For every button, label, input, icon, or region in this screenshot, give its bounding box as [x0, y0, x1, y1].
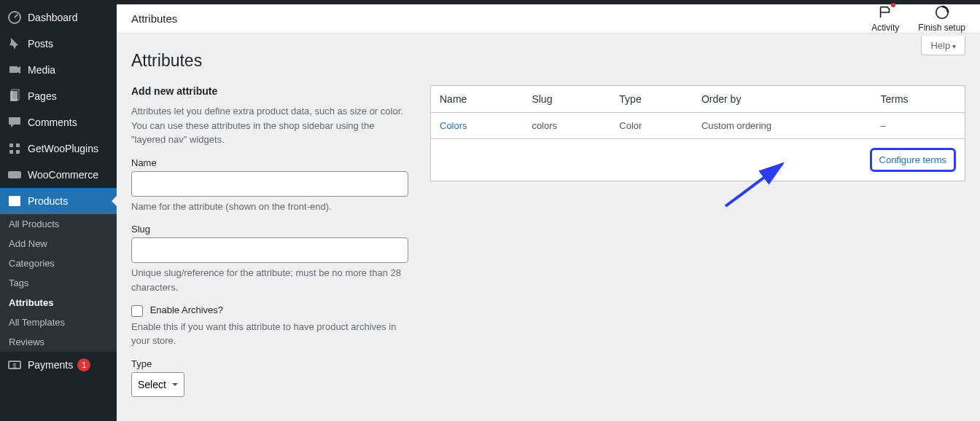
submenu-all-products[interactable]: All Products [0, 214, 117, 234]
submenu-add-new[interactable]: Add New [0, 234, 117, 253]
configure-terms-cell: Configure terms [431, 139, 965, 181]
two-column-layout: Add new attribute Attributes let you def… [131, 85, 965, 407]
svg-rect-7 [16, 150, 20, 154]
configure-terms-link[interactable]: Configure terms [879, 154, 946, 165]
sidebar-item-comments[interactable]: Comments [0, 109, 117, 135]
products-icon [7, 194, 22, 208]
svg-rect-8 [8, 171, 21, 178]
col-order: Order by [693, 86, 872, 113]
col-type: Type [610, 86, 693, 113]
cell-terms: – [871, 113, 965, 139]
svg-rect-1 [9, 66, 18, 73]
sidebar-label: WooCommerce [28, 169, 98, 181]
svg-rect-6 [9, 150, 13, 154]
content-area: Help Attributes Add new attribute Attrib… [117, 34, 980, 421]
sidebar-item-payments[interactable]: $ Payments 1 [0, 352, 117, 378]
attributes-table: Name Slug Type Order by Terms Colors col… [430, 85, 965, 181]
col-terms: Terms [871, 86, 965, 113]
sidebar-item-dashboard[interactable]: Dashboard [0, 4, 117, 31]
add-heading: Add new attribute [131, 85, 408, 97]
sidebar-label: Payments [28, 359, 73, 371]
finish-setup-button[interactable]: Finish setup [918, 4, 965, 33]
field-archives: Enable Archives? Enable this if you want… [131, 304, 408, 348]
sidebar-item-getwooplugins[interactable]: GetWooPlugins [0, 135, 117, 162]
archives-label: Enable Archives? [150, 304, 223, 315]
field-type: Type Select [131, 358, 408, 397]
badge-count: 1 [77, 358, 90, 371]
page-title: Attributes [131, 51, 965, 71]
sidebar-label: Dashboard [28, 12, 78, 23]
svg-rect-9 [9, 198, 20, 206]
media-icon [7, 63, 22, 77]
payments-icon: $ [7, 358, 22, 372]
plugin-icon [7, 141, 22, 156]
activity-button[interactable]: Activity [871, 4, 899, 33]
dashboard-icon [7, 10, 22, 25]
finish-label: Finish setup [918, 23, 965, 33]
header-actions: Activity Finish setup [871, 4, 965, 33]
table-row: Colors colors Color Custom ordering – [431, 113, 965, 139]
cell-slug: colors [523, 113, 610, 139]
submenu-tags[interactable]: Tags [0, 273, 117, 293]
archives-checkbox[interactable] [131, 305, 143, 317]
type-select[interactable]: Select [131, 372, 184, 397]
name-label: Name [131, 157, 408, 168]
svg-rect-10 [9, 196, 20, 198]
attributes-list: Name Slug Type Order by Terms Colors col… [430, 85, 965, 181]
app-layout: Dashboard Posts Media Pages Comments Get… [0, 4, 980, 421]
slug-desc: Unique slug/reference for the attribute;… [131, 266, 408, 294]
pages-icon [7, 89, 22, 103]
sidebar-item-pages[interactable]: Pages [0, 83, 117, 109]
submenu-attributes[interactable]: Attributes [0, 293, 117, 312]
sidebar-label: Media [28, 64, 55, 76]
slug-input[interactable] [131, 237, 408, 263]
activity-label: Activity [871, 23, 899, 33]
sidebar-item-posts[interactable]: Posts [0, 31, 117, 57]
sidebar-label: Posts [28, 38, 53, 50]
sidebar-label: Pages [28, 90, 57, 102]
name-desc: Name for the attribute (shown on the fro… [131, 200, 408, 214]
sidebar-item-products[interactable]: Products [0, 188, 117, 214]
svg-rect-4 [9, 143, 13, 147]
slug-label: Slug [131, 224, 408, 235]
header-bar: Attributes Activity Finish setup [117, 4, 980, 34]
name-input[interactable] [131, 171, 408, 197]
breadcrumb: Attributes [131, 12, 177, 25]
main-area: Attributes Activity Finish setup Help At… [117, 4, 980, 421]
attribute-name-link[interactable]: Colors [440, 120, 467, 131]
help-tab[interactable]: Help [921, 36, 965, 55]
svg-rect-5 [16, 143, 20, 147]
sidebar-label: GetWooPlugins [28, 143, 98, 154]
sidebar-label: Products [28, 195, 68, 207]
archives-desc: Enable this if you want this attribute t… [131, 320, 408, 348]
intro-text: Attributes let you define extra product … [131, 104, 408, 147]
products-submenu: All Products Add New Categories Tags Att… [0, 214, 117, 352]
cell-type: Color [610, 113, 693, 139]
table-header-row: Name Slug Type Order by Terms [431, 86, 965, 113]
sidebar-label: Comments [28, 117, 77, 128]
cell-order: Custom ordering [693, 113, 872, 139]
field-name: Name Name for the attribute (shown on th… [131, 157, 408, 214]
configure-highlight: Configure terms [870, 148, 956, 172]
pin-icon [7, 36, 22, 51]
col-name: Name [431, 86, 524, 113]
submenu-reviews[interactable]: Reviews [0, 332, 117, 352]
add-attribute-form: Add new attribute Attributes let you def… [131, 85, 408, 407]
woocommerce-icon [7, 168, 22, 182]
activity-icon [877, 4, 893, 23]
comment-icon [7, 115, 22, 130]
progress-icon [934, 4, 950, 23]
admin-sidebar: Dashboard Posts Media Pages Comments Get… [0, 4, 117, 421]
field-slug: Slug Unique slug/reference for the attri… [131, 224, 408, 294]
type-label: Type [131, 358, 408, 369]
svg-text:$: $ [12, 362, 16, 369]
sidebar-item-woocommerce[interactable]: WooCommerce [0, 162, 117, 188]
col-slug: Slug [523, 86, 610, 113]
submenu-categories[interactable]: Categories [0, 253, 117, 273]
sidebar-item-media[interactable]: Media [0, 57, 117, 83]
submenu-all-templates[interactable]: All Templates [0, 312, 117, 332]
